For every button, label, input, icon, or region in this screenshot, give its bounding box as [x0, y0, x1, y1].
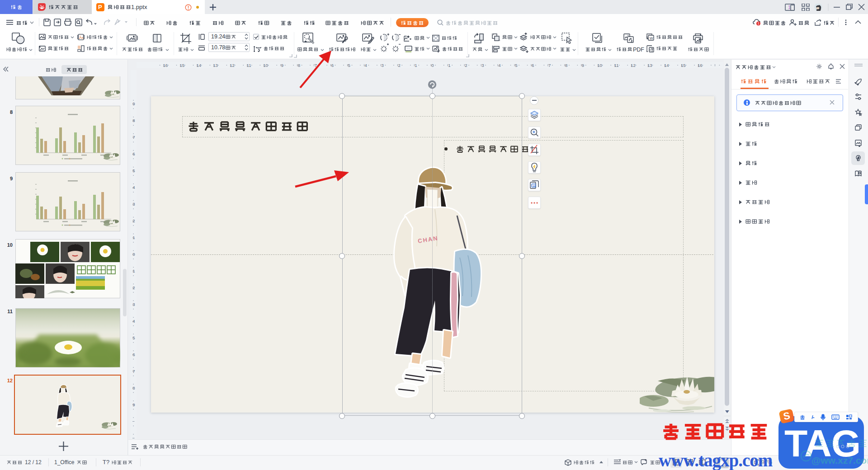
svg-text:1: 1 [788, 5, 791, 10]
svg-text:8: 8 [132, 118, 135, 123]
svg-text:5: 5 [515, 63, 517, 68]
svg-text:2: 2 [398, 63, 400, 68]
svg-text:9: 9 [132, 402, 135, 407]
svg-text:6: 6 [532, 63, 534, 68]
svg-text:3: 3 [481, 63, 484, 68]
svg-text:W: W [533, 184, 536, 188]
svg-text:1: 1 [448, 63, 450, 68]
svg-text:2: 2 [465, 63, 467, 68]
svg-text:W: W [650, 36, 653, 40]
svg-text:7: 7 [548, 63, 551, 68]
svg-text:4: 4 [498, 63, 500, 68]
svg-text:0: 0 [431, 63, 434, 68]
svg-text:1: 1 [415, 63, 417, 68]
svg-text:8: 8 [565, 63, 567, 68]
svg-text:9: 9 [582, 63, 584, 68]
svg-text:9: 9 [281, 63, 283, 68]
svg-text:4: 4 [365, 63, 367, 68]
svg-text:6: 6 [132, 151, 135, 156]
svg-text:3: 3 [381, 63, 383, 68]
svg-text:9: 9 [132, 101, 135, 106]
svg-text:7: 7 [132, 135, 135, 140]
